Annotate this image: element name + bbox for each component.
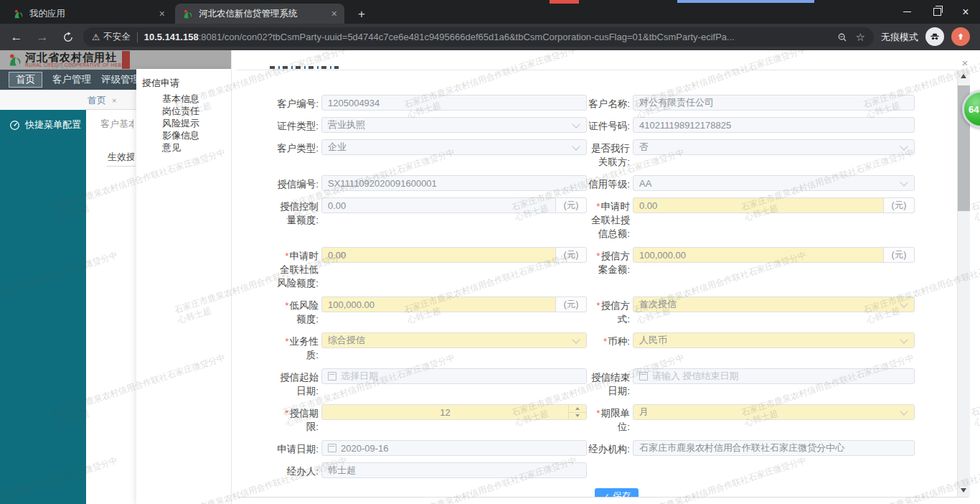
field-credit-start-date[interactable]: 选择日期 <box>321 368 587 384</box>
field-handler[interactable]: 韩士超 <box>321 462 587 478</box>
field-cert-type[interactable]: 营业执照 <box>321 117 587 133</box>
field-customer-name[interactable]: 对公有限责任公司 <box>633 95 915 111</box>
field-value: 1205004934 <box>322 98 586 108</box>
field-credit-number[interactable]: SX1111092020091600001 <box>321 175 587 191</box>
form-row: 授信编号:SX1111092020091600001信用等级:AA <box>275 175 957 191</box>
field-value: 对公有限责任公司 <box>633 96 914 109</box>
menu-item-risk-tips[interactable]: 风险提示 <box>162 117 231 129</box>
nav-item-1[interactable]: 客户管理 <box>52 73 91 86</box>
required-asterisk: * <box>596 300 600 311</box>
field-label-apply-date: 申请日期: <box>275 440 319 456</box>
field-label-credit-start-date: 授信起始 日期: <box>275 368 319 398</box>
field-label-credit-mode: *授信方 式: <box>587 297 630 326</box>
app-logo: 河北省农村信用社 RURAL CREDIT COOPERATIVE OF HEB… <box>7 52 126 67</box>
credit-apply-form: 客户编号:1205004934客户名称:对公有限责任公司证件类型:营业执照证件号… <box>231 70 957 497</box>
browser-tab-my-apps[interactable]: 我的应用 × <box>6 4 172 24</box>
address-bar[interactable]: ⚠ 不安全 10.5.141.158 :8081/con/con02?tbCsm… <box>83 27 874 47</box>
back-button[interactable]: ← <box>6 24 27 50</box>
bookmark-star-icon[interactable]: ☆ <box>856 31 865 44</box>
field-credit-mode[interactable]: 首次授信 <box>633 297 915 312</box>
scrollbar-down-arrow[interactable] <box>961 488 966 493</box>
sidebar-item-quick-menu[interactable]: 快捷菜单配置 <box>0 110 86 131</box>
field-label-customer-number: 客户编号: <box>275 95 319 111</box>
field-label-apply-union-total-credit: *申请时 全联社授 信总额: <box>587 197 630 241</box>
scrollbar-up-arrow[interactable] <box>961 74 966 78</box>
field-apply-union-low-risk-quota[interactable]: 0.00(元) <box>321 247 587 263</box>
tab-close-icon[interactable]: × <box>331 8 337 19</box>
dialog-close-icon[interactable]: × <box>959 57 971 69</box>
field-label-cert-type: 证件类型: <box>275 117 319 133</box>
chevron-down-icon <box>900 178 908 186</box>
field-handling-org[interactable]: 石家庄市鹿泉农村信用合作联社石家庄微贷分中心 <box>633 440 915 456</box>
field-credit-rating[interactable]: AA <box>633 175 915 191</box>
header-red-fragment <box>122 51 130 69</box>
top-red-bar <box>550 0 579 4</box>
field-value: 100,000.00 <box>633 250 883 261</box>
menu-item-post-duty[interactable]: 岗位责任 <box>162 105 231 117</box>
field-value: SX1111092020091600001 <box>322 178 586 189</box>
field-currency[interactable]: 人民币 <box>633 332 915 348</box>
required-asterisk: * <box>285 336 288 347</box>
form-actions: ✓保存 <box>297 488 936 497</box>
field-cert-number[interactable]: 410211198912178825 <box>633 117 915 133</box>
dialog-scrollbar[interactable] <box>957 70 970 497</box>
browser-update-button[interactable] <box>951 27 970 46</box>
field-low-risk-quota[interactable]: 100,000.00(元) <box>321 297 587 312</box>
menu-item-opinion[interactable]: 意见 <box>162 141 231 154</box>
unit-suffix: (元) <box>555 248 586 262</box>
menu-item-basic-info[interactable]: 基本信息 <box>162 93 231 105</box>
menu-title[interactable]: 授信申请 <box>142 77 231 90</box>
field-apply-union-total-credit[interactable]: 0.00(元) <box>633 197 915 213</box>
field-is-bank-related[interactable]: 否 <box>633 139 915 155</box>
calendar-icon <box>328 372 336 381</box>
security-label: 不安全 <box>103 31 131 43</box>
field-placeholder: 请输入 授信结束日期 <box>648 370 914 383</box>
incognito-label: 无痕模式 <box>881 24 918 50</box>
tab-close-icon[interactable]: × <box>159 8 165 19</box>
form-row: 经办人:韩士超 <box>275 462 957 478</box>
field-credit-plan-amount[interactable]: 100,000.00(元) <box>633 247 915 263</box>
field-value: 2020-09-16 <box>336 443 586 454</box>
field-label-credit-end-date: 授信结束 日期: <box>587 368 630 398</box>
field-credit-control-quota[interactable]: 0.00(元) <box>321 197 587 213</box>
save-button[interactable]: ✓保存 <box>595 488 639 497</box>
window-restore-button[interactable] <box>923 0 951 24</box>
nav-item-2[interactable]: 评级管理 <box>101 73 140 86</box>
incognito-badge-icon[interactable] <box>925 27 944 46</box>
zoom-page-icon[interactable] <box>837 32 847 42</box>
window-close-button[interactable]: × <box>951 0 980 24</box>
sidebar-item-label: 快捷菜单配置 <box>25 118 81 131</box>
chevron-down-icon <box>900 335 908 343</box>
calendar-icon <box>328 444 336 452</box>
field-value: 100,000.00 <box>322 299 555 310</box>
field-customer-number[interactable]: 1205004934 <box>321 95 587 111</box>
field-credit-term[interactable]: 12 <box>321 404 587 420</box>
security-chip[interactable]: ⚠ 不安全 <box>92 31 131 43</box>
content-tab-close-icon[interactable]: × <box>112 96 116 105</box>
forward-button[interactable]: → <box>32 24 53 50</box>
field-credit-end-date[interactable]: 请输入 授信结束日期 <box>633 368 915 384</box>
required-asterisk: * <box>596 408 600 419</box>
url-host: 10.5.141.158 <box>144 32 199 42</box>
browser-tab-credit-system[interactable]: 河北农信新信贷管理系统 × <box>175 4 344 24</box>
dialog-bottom-border <box>237 497 969 498</box>
app-subtitle: RURAL CREDIT COOPERATIVE OF HEBEI <box>25 62 126 67</box>
field-label-customer-name: 客户名称: <box>587 95 630 111</box>
form-row: 证件类型:营业执照证件号码:410211198912178825 <box>275 117 957 133</box>
field-business-nature[interactable]: 综合授信 <box>321 332 587 348</box>
nav-item-0[interactable]: 首页 <box>9 72 42 88</box>
site-favicon <box>182 9 193 19</box>
field-label-term-unit: *期限单 位: <box>587 404 630 434</box>
reload-icon <box>62 32 74 43</box>
field-customer-type[interactable]: 企业 <box>321 139 587 155</box>
field-term-unit[interactable]: 月 <box>633 404 915 420</box>
menu-item-image-info[interactable]: 影像信息 <box>162 129 231 141</box>
content-tab-home[interactable]: 首页 × <box>88 92 116 109</box>
new-tab-button[interactable]: + <box>353 6 370 23</box>
field-label-handler: 经办人: <box>275 462 319 478</box>
form-row: *授信期 限:12*期限单 位:月 <box>275 404 957 434</box>
reload-button[interactable] <box>57 24 79 50</box>
number-stepper[interactable] <box>568 405 586 419</box>
window-minimize-button[interactable] <box>892 0 921 24</box>
field-apply-date[interactable]: 2020-09-16 <box>321 440 587 456</box>
